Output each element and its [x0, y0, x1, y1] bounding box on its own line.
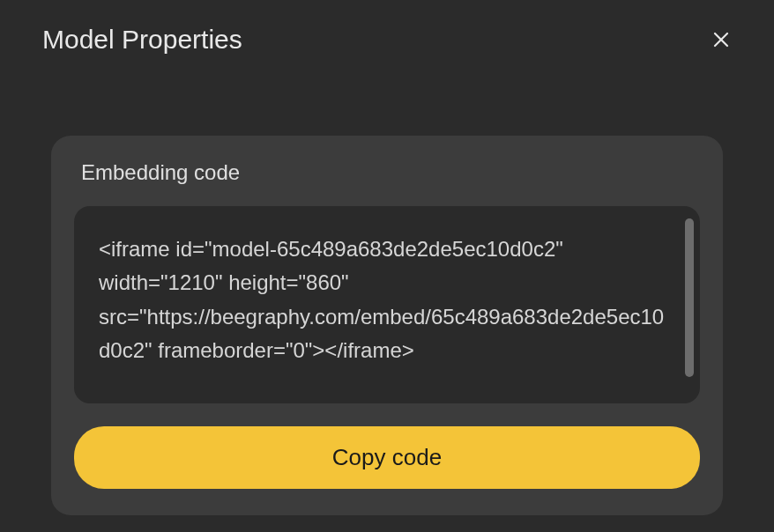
code-text: <iframe id="model-65c489a683de2de5ec10d0…: [99, 233, 675, 368]
close-button[interactable]: [707, 26, 735, 54]
modal-header: Model Properties: [0, 0, 774, 55]
embedding-label: Embedding code: [74, 160, 700, 185]
copy-code-button[interactable]: Copy code: [74, 426, 700, 489]
scrollbar-thumb[interactable]: [685, 218, 694, 377]
embedding-card: Embedding code <iframe id="model-65c489a…: [51, 136, 723, 515]
close-icon: [711, 29, 732, 50]
modal-title: Model Properties: [42, 25, 242, 55]
code-box[interactable]: <iframe id="model-65c489a683de2de5ec10d0…: [74, 206, 700, 403]
